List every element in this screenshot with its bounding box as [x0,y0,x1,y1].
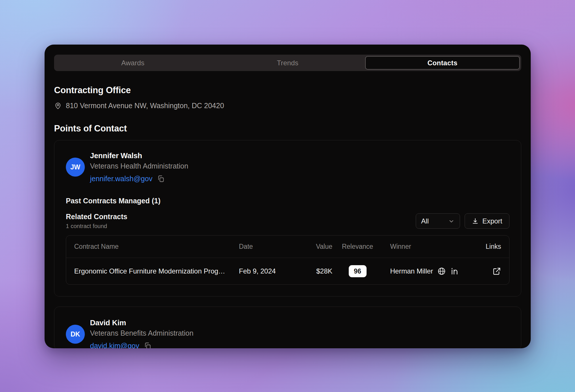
contact-card-jennifer-walsh: JW Jennifer Walsh Veterans Health Admini… [54,140,521,297]
globe-icon[interactable] [437,267,446,276]
points-of-contact-title: Points of Contact [54,123,521,134]
contact-org: Veterans Benefits Administration [90,329,193,337]
external-link-icon[interactable] [492,267,501,276]
avatar: DK [66,325,85,344]
copy-icon[interactable] [144,342,152,348]
past-contracts-label: Past Contracts Managed (1) [66,197,509,205]
contact-card-david-kim: DK David Kim Veterans Benefits Administr… [54,307,521,348]
col-header-contract-name: Contract Name [74,243,239,251]
office-address: 810 Vermont Avenue NW, Washington, DC 20… [66,102,224,110]
export-label: Export [482,217,502,225]
tab-trends[interactable]: Trends [210,56,365,70]
contact-name: David Kim [90,318,193,327]
tab-contacts[interactable]: Contacts [365,56,520,70]
related-contracts-title: Related Contracts [66,213,127,221]
cell-value: $28K [296,267,332,275]
col-header-relevance: Relevance [332,243,383,251]
tab-awards[interactable]: Awards [55,56,210,70]
related-contracts-table: Contract Name Date Value Relevance Winne… [66,235,509,285]
col-header-value: Value [296,243,332,251]
contact-org: Veterans Health Administration [90,162,188,170]
cell-contract-name: Ergonomic Office Furniture Modernization… [74,267,239,275]
linkedin-icon[interactable] [450,267,459,276]
cell-winner: Herman Miller [390,267,433,275]
contacts-panel: Awards Trends Contacts Contracting Offic… [45,45,531,348]
contact-email-link[interactable]: jennifer.walsh@gov [90,175,152,183]
contact-name: Jennifer Walsh [90,151,188,160]
cell-date: Feb 9, 2024 [239,267,296,275]
related-contracts-count: 1 contract found [66,223,127,230]
download-icon [472,218,479,225]
table-row[interactable]: Ergonomic Office Furniture Modernization… [66,258,509,284]
table-header-row: Contract Name Date Value Relevance Winne… [66,236,509,258]
col-header-winner: Winner [383,243,475,251]
filter-selected-value: All [421,217,429,225]
avatar: JW [66,158,85,177]
contracting-office-title: Contracting Office [54,85,521,95]
relevance-badge: 96 [349,265,367,277]
contracts-filter-select[interactable]: All [416,213,460,229]
contact-email-link[interactable]: david.kim@gov [90,342,139,348]
export-button[interactable]: Export [465,213,509,229]
col-header-links: Links [475,243,501,251]
chevron-down-icon [448,218,455,224]
copy-icon[interactable] [157,175,165,183]
tab-bar: Awards Trends Contacts [54,55,521,71]
col-header-date: Date [239,243,296,251]
location-pin-icon [54,102,62,110]
